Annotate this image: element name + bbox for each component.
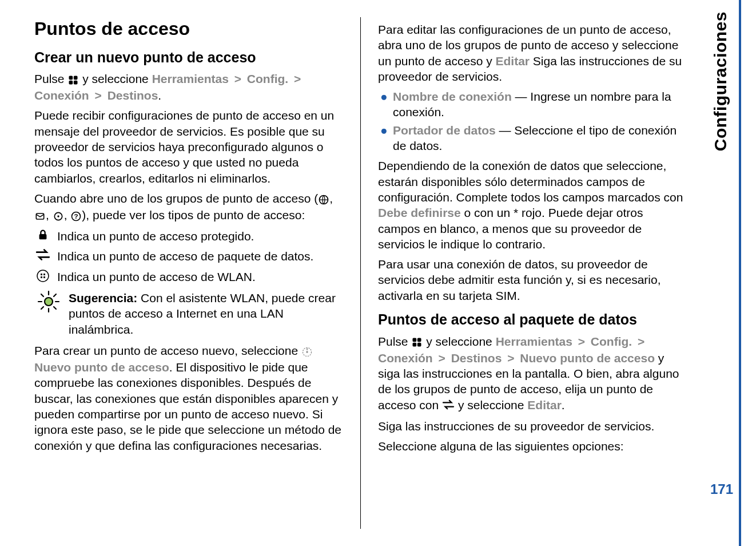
chevron-right-icon: > <box>234 72 241 85</box>
svg-text:?: ? <box>74 212 78 220</box>
para-define: Dependiendo de la conexión de datos que … <box>378 158 687 252</box>
text: y seleccione <box>82 72 152 85</box>
para-follow: Siga las instrucciones de su proveedor d… <box>378 418 687 434</box>
svg-rect-31 <box>417 343 421 347</box>
globe-icon <box>318 192 329 207</box>
heading-packet-ap: Puntos de acceso al paquete de datos <box>378 310 687 329</box>
para-group-types: Cuando abre uno de los grupos de punto d… <box>34 191 343 224</box>
para-select: Seleccione alguna de las siguientes opci… <box>378 438 687 454</box>
text: y seleccione <box>455 398 527 412</box>
lock-icon <box>34 228 51 244</box>
nav-conexion: Conexión <box>34 89 89 102</box>
text: Indica un punto de acceso de WLAN. <box>57 270 256 283</box>
nav-destinos: Destinos <box>108 89 158 102</box>
tip-block: Sugerencia: Con el asistente WLAN, puede… <box>34 290 343 337</box>
page-number: 171 <box>710 481 733 497</box>
right-column: Para editar las configuraciones de un pu… <box>360 17 693 529</box>
heading-access-points: Puntos de acceso <box>34 17 343 41</box>
chevron-right-icon: > <box>439 351 445 365</box>
svg-rect-28 <box>413 338 417 342</box>
menu-key-icon <box>411 334 423 350</box>
text: Dependiendo de la conexión de datos que … <box>378 159 683 204</box>
nav-path-1: Pulse y seleccione Herramientas > Config… <box>34 71 343 103</box>
nav-config: Config. <box>247 72 288 85</box>
text: y seleccione <box>426 335 495 348</box>
svg-point-26 <box>306 351 308 353</box>
para-receive-config: Puede recibir configuraciones de punto d… <box>34 108 343 185</box>
new-ap-icon <box>301 344 313 359</box>
wap-icon <box>53 208 64 224</box>
tip-lightbulb-icon <box>34 290 63 316</box>
text: Indica un punto de acceso de paquete de … <box>57 250 313 263</box>
svg-rect-2 <box>69 81 73 85</box>
nav-config: Config. <box>591 335 632 348</box>
svg-rect-15 <box>43 276 45 278</box>
ui-editar: Editar <box>527 398 562 412</box>
left-column: Puntos de acceso Crear un nuevo punto de… <box>34 17 360 529</box>
field-connection-name: Nombre de conexión <box>393 90 512 103</box>
svg-point-16 <box>45 298 53 306</box>
chevron-right-icon: > <box>507 351 514 365</box>
text: Para crear un punto de acceso nuevo, sel… <box>34 344 301 357</box>
svg-rect-0 <box>69 76 73 80</box>
wlan-icon <box>34 269 51 286</box>
ui-must-define: Debe definirse <box>378 206 461 219</box>
svg-line-22 <box>54 307 56 309</box>
ui-editar: Editar <box>495 54 530 68</box>
svg-line-23 <box>54 294 56 296</box>
ui-new-access-point: Nuevo punto de acceso <box>34 361 169 374</box>
svg-rect-29 <box>417 338 421 342</box>
nav-herramientas: Herramientas <box>152 72 229 85</box>
menu-key-icon <box>67 72 79 88</box>
text: Cuando abre uno de los grupos de punto d… <box>34 192 318 205</box>
packet-data-icon <box>34 248 51 264</box>
field-data-bearer: Portador de datos <box>393 124 496 137</box>
field-list: Nombre de conexión — Ingrese un nombre p… <box>378 89 687 153</box>
list-item: Portador de datos — Seleccione el tipo d… <box>378 122 687 154</box>
svg-rect-13 <box>43 274 45 275</box>
chevron-right-icon: > <box>95 89 102 102</box>
packet-data-icon <box>442 398 455 413</box>
chevron-right-icon: > <box>578 335 585 348</box>
text: Pulse <box>34 72 67 85</box>
list-item: Indica un punto de acceso de WLAN. <box>34 269 343 284</box>
nav-herramientas: Herramientas <box>496 335 572 348</box>
text: Indica un punto de acceso protegido. <box>57 230 254 243</box>
text: . El dispositivo le pide que compruebe l… <box>34 361 341 452</box>
nav-path-2: Pulse y seleccione Herramientas > Config… <box>378 334 687 414</box>
ap-type-list: Indica un punto de acceso protegido. Ind… <box>34 228 343 284</box>
list-item: Indica un punto de acceso de paquete de … <box>34 248 343 264</box>
svg-rect-30 <box>413 343 417 347</box>
text: ), puede ver los tipos de punto de acces… <box>82 208 305 221</box>
svg-line-24 <box>41 307 43 309</box>
svg-rect-12 <box>41 274 42 275</box>
svg-rect-1 <box>74 76 78 80</box>
svg-line-21 <box>41 294 43 296</box>
unknown-icon: ? <box>70 208 82 224</box>
nav-destinos: Destinos <box>451 351 502 365</box>
para-edit-ap: Para editar las configuraciones de un pu… <box>378 22 687 84</box>
nav-new-ap: Nuevo punto de acceso <box>520 351 655 365</box>
svg-point-7 <box>57 215 59 217</box>
list-item: Indica un punto de acceso protegido. <box>34 228 343 244</box>
para-create-new: Para crear un punto de acceso nuevo, sel… <box>34 343 343 453</box>
list-item: Nombre de conexión — Ingrese un nombre p… <box>378 89 687 120</box>
text: Pulse <box>378 335 411 348</box>
section-tab-label: Configuraciones <box>711 11 730 151</box>
para-sim: Para usar una conexión de datos, su prov… <box>378 256 687 303</box>
svg-rect-3 <box>74 81 78 85</box>
heading-create-ap: Crear un nuevo punto de acceso <box>34 48 343 67</box>
chevron-right-icon: > <box>638 335 644 348</box>
svg-point-11 <box>37 270 49 282</box>
svg-rect-10 <box>39 234 47 239</box>
nav-conexion: Conexión <box>378 351 433 365</box>
mms-icon <box>34 208 46 224</box>
chevron-right-icon: > <box>294 72 301 85</box>
svg-rect-14 <box>41 276 42 278</box>
side-accent-bar <box>739 0 741 546</box>
tip-label: Sugerencia: <box>69 291 137 304</box>
